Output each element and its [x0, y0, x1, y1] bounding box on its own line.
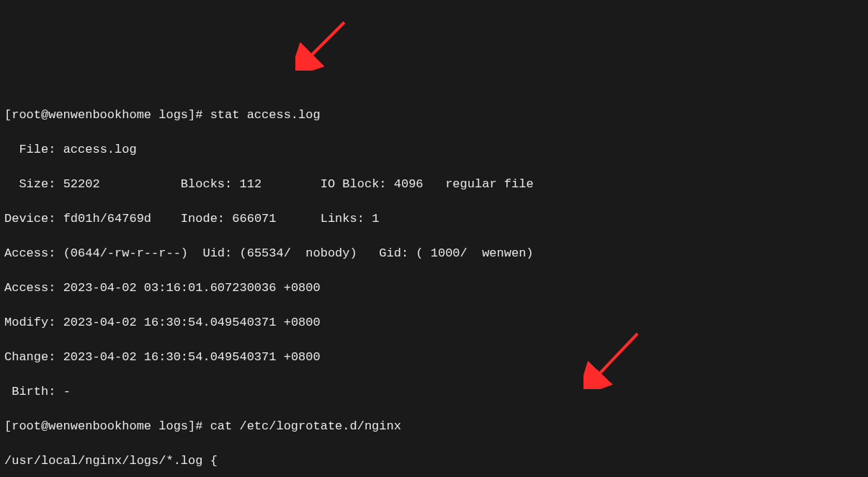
shell-prompt: [root@wenwenbookhome logs]# [4, 108, 210, 122]
shell-prompt: [root@wenwenbookhome logs]# [4, 419, 210, 433]
command-cat: cat /etc/logrotate.d/nginx [210, 419, 401, 433]
stat-change: Change: 2023-04-02 16:30:54.049540371 +0… [4, 349, 864, 366]
stat-modify: Modify: 2023-04-02 16:30:54.049540371 +0… [4, 314, 864, 331]
svg-line-0 [308, 22, 344, 58]
terminal-output[interactable]: [root@wenwenbookhome logs]# stat access.… [0, 0, 868, 477]
prompt-line-1: [root@wenwenbookhome logs]# stat access.… [4, 107, 864, 124]
stat-size: Size: 52202 Blocks: 112 IO Block: 4096 r… [4, 176, 864, 193]
logrotate-path: /usr/local/nginx/logs/*.log { [4, 453, 864, 470]
inode-value: 666071 [232, 212, 276, 226]
command-stat: stat access.log [210, 108, 321, 122]
arrow-annotation-inode [295, 17, 353, 71]
prompt-line-2: [root@wenwenbookhome logs]# cat /etc/log… [4, 418, 864, 435]
stat-birth: Birth: - [4, 383, 864, 401]
stat-access-perm: Access: (0644/-rw-r--r--) Uid: (65534/ n… [4, 245, 864, 262]
stat-access-time: Access: 2023-04-02 03:16:01.607230036 +0… [4, 280, 864, 297]
stat-device: Device: fd01h/64769d Inode: 666071 Links… [4, 210, 864, 228]
stat-file: File: access.log [4, 141, 864, 159]
